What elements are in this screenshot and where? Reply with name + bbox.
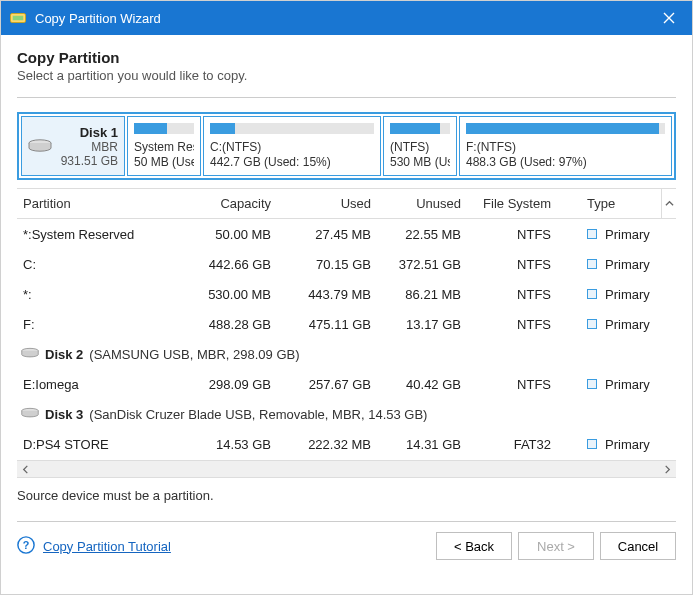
disk-strip-part-2[interactable]: (NTFS) 530 MB (Use bbox=[383, 116, 457, 176]
col-partition[interactable]: Partition bbox=[17, 196, 177, 211]
type-swatch-icon bbox=[587, 259, 597, 269]
cell-used: 27.45 MB bbox=[277, 227, 377, 242]
wizard-window: Copy Partition Wizard Copy Partition Sel… bbox=[0, 0, 693, 595]
app-icon bbox=[9, 9, 27, 27]
usage-fill bbox=[210, 123, 235, 134]
col-capacity[interactable]: Capacity bbox=[177, 196, 277, 211]
cell-used: 70.15 GB bbox=[277, 257, 377, 272]
table-header: Partition Capacity Used Unused File Syst… bbox=[17, 189, 676, 219]
table-disk-row[interactable]: Disk 3 (SanDisk Cruzer Blade USB, Remova… bbox=[17, 399, 676, 429]
usage-bar bbox=[466, 123, 665, 134]
disk-scheme: MBR bbox=[91, 140, 118, 154]
part-sub: 488.3 GB (Used: 97%) bbox=[466, 155, 665, 170]
drive-icon bbox=[28, 139, 52, 153]
tutorial-link[interactable]: Copy Partition Tutorial bbox=[43, 539, 171, 554]
scroll-up-icon[interactable] bbox=[661, 189, 676, 219]
disk-strip-part-0[interactable]: System Rese 50 MB (Used bbox=[127, 116, 201, 176]
titlebar: Copy Partition Wizard bbox=[1, 1, 692, 35]
wizard-body: Copy Partition Select a partition you wo… bbox=[1, 35, 692, 594]
cell-partition: *:System Reserved bbox=[17, 227, 177, 242]
usage-fill bbox=[134, 123, 167, 134]
type-swatch-icon bbox=[587, 319, 597, 329]
back-button[interactable]: < Back bbox=[436, 532, 512, 560]
page-title: Copy Partition bbox=[17, 49, 676, 66]
usage-fill bbox=[466, 123, 659, 134]
disk-details: (SanDisk Cruzer Blade USB, Removable, MB… bbox=[89, 407, 427, 422]
cell-filesystem: NTFS bbox=[467, 287, 557, 302]
disk-name: Disk 2 bbox=[45, 347, 83, 362]
type-swatch-icon bbox=[587, 439, 597, 449]
usage-bar bbox=[210, 123, 374, 134]
cell-capacity: 50.00 MB bbox=[177, 227, 277, 242]
table-row[interactable]: E:Iomega298.09 GB257.67 GB40.42 GBNTFSPr… bbox=[17, 369, 676, 399]
cell-unused: 40.42 GB bbox=[377, 377, 467, 392]
table-row[interactable]: F:488.28 GB475.11 GB13.17 GBNTFSPrimary bbox=[17, 309, 676, 339]
cell-type: Primary bbox=[557, 227, 676, 242]
type-swatch-icon bbox=[587, 379, 597, 389]
usage-bar bbox=[134, 123, 194, 134]
table-row[interactable]: *:530.00 MB443.79 MB86.21 MBNTFSPrimary bbox=[17, 279, 676, 309]
usage-fill bbox=[390, 123, 440, 134]
cancel-button[interactable]: Cancel bbox=[600, 532, 676, 560]
cell-used: 475.11 GB bbox=[277, 317, 377, 332]
cell-partition: F: bbox=[17, 317, 177, 332]
cell-filesystem: NTFS bbox=[467, 377, 557, 392]
disk-details: (SAMSUNG USB, MBR, 298.09 GB) bbox=[89, 347, 299, 362]
footer-divider bbox=[17, 521, 676, 522]
table-row[interactable]: C:442.66 GB70.15 GB372.51 GBNTFSPrimary bbox=[17, 249, 676, 279]
cell-unused: 372.51 GB bbox=[377, 257, 467, 272]
cell-capacity: 298.09 GB bbox=[177, 377, 277, 392]
cell-filesystem: FAT32 bbox=[467, 437, 557, 452]
cell-type: Primary bbox=[557, 437, 676, 452]
table-body: *:System Reserved50.00 MB27.45 MB22.55 M… bbox=[17, 219, 676, 460]
disk-name: Disk 3 bbox=[45, 407, 83, 422]
type-swatch-icon bbox=[587, 289, 597, 299]
drive-icon bbox=[21, 407, 39, 422]
table-row[interactable]: *:System Reserved50.00 MB27.45 MB22.55 M… bbox=[17, 219, 676, 249]
drive-icon bbox=[21, 347, 39, 362]
cell-used: 257.67 GB bbox=[277, 377, 377, 392]
horizontal-scrollbar[interactable] bbox=[17, 460, 676, 477]
col-used[interactable]: Used bbox=[277, 196, 377, 211]
table-disk-row[interactable]: Disk 2 (SAMSUNG USB, MBR, 298.09 GB) bbox=[17, 339, 676, 369]
cell-used: 222.32 MB bbox=[277, 437, 377, 452]
cell-capacity: 14.53 GB bbox=[177, 437, 277, 452]
heading: Copy Partition Select a partition you wo… bbox=[17, 35, 676, 87]
scroll-right-icon[interactable] bbox=[659, 461, 676, 478]
cell-type: Primary bbox=[557, 377, 676, 392]
next-button[interactable]: Next > bbox=[518, 532, 594, 560]
disk-strip-disk[interactable]: Disk 1 MBR 931.51 GB bbox=[21, 116, 125, 176]
svg-text:?: ? bbox=[23, 538, 30, 550]
close-button[interactable] bbox=[646, 1, 692, 35]
part-sub: 442.7 GB (Used: 15%) bbox=[210, 155, 374, 170]
cell-unused: 14.31 GB bbox=[377, 437, 467, 452]
col-unused[interactable]: Unused bbox=[377, 196, 467, 211]
status-text: Source device must be a partition. bbox=[17, 478, 676, 503]
window-title: Copy Partition Wizard bbox=[35, 11, 646, 26]
table-row[interactable]: D:PS4 STORE14.53 GB222.32 MB14.31 GBFAT3… bbox=[17, 429, 676, 459]
cell-filesystem: NTFS bbox=[467, 317, 557, 332]
cell-unused: 86.21 MB bbox=[377, 287, 467, 302]
part-label: F:(NTFS) bbox=[466, 140, 665, 155]
cell-capacity: 530.00 MB bbox=[177, 287, 277, 302]
cell-partition: *: bbox=[17, 287, 177, 302]
part-label: System Rese bbox=[134, 140, 194, 155]
col-filesystem[interactable]: File System bbox=[467, 196, 557, 211]
cell-partition: D:PS4 STORE bbox=[17, 437, 177, 452]
cell-unused: 22.55 MB bbox=[377, 227, 467, 242]
cell-type: Primary bbox=[557, 287, 676, 302]
help-area: ? Copy Partition Tutorial bbox=[17, 536, 430, 557]
disk-size: 931.51 GB bbox=[61, 154, 118, 168]
cell-filesystem: NTFS bbox=[467, 227, 557, 242]
cell-used: 443.79 MB bbox=[277, 287, 377, 302]
part-label: C:(NTFS) bbox=[210, 140, 374, 155]
disk-strip-part-1[interactable]: C:(NTFS) 442.7 GB (Used: 15%) bbox=[203, 116, 381, 176]
divider bbox=[17, 97, 676, 98]
col-type[interactable]: Type bbox=[557, 196, 661, 211]
cell-capacity: 488.28 GB bbox=[177, 317, 277, 332]
scroll-left-icon[interactable] bbox=[17, 461, 34, 478]
disk-strip-part-3[interactable]: F:(NTFS) 488.3 GB (Used: 97%) bbox=[459, 116, 672, 176]
part-label: (NTFS) bbox=[390, 140, 450, 155]
cell-unused: 13.17 GB bbox=[377, 317, 467, 332]
disk-strip: Disk 1 MBR 931.51 GB System Rese 50 MB (… bbox=[17, 112, 676, 180]
